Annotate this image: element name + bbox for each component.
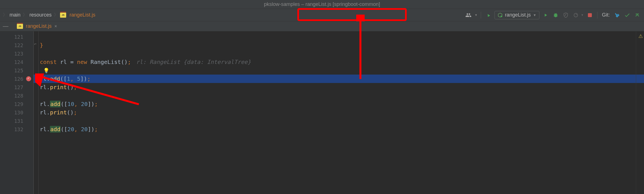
breadcrumb: 〉 main 〉 resources 〉 JS rangeList.js	[3, 12, 96, 18]
git-commit-button[interactable]	[623, 11, 631, 19]
code-line[interactable]	[40, 91, 644, 100]
gutter[interactable]: 121122123124125126127128129130131132	[0, 31, 34, 194]
breadcrumb-main[interactable]: main	[9, 12, 21, 18]
gutter-row[interactable]: 121	[0, 33, 33, 41]
token: ;	[95, 101, 98, 107]
git-push-button[interactable]	[633, 11, 641, 19]
run-button[interactable]	[542, 11, 549, 19]
code-line[interactable]	[40, 33, 644, 41]
dropdown-chevron-icon[interactable]: ▼	[475, 13, 477, 17]
token: add	[50, 75, 60, 82]
debug-button[interactable]	[552, 11, 560, 19]
code-line[interactable]: rl.add([10, 20]);	[40, 100, 644, 108]
line-number: 127	[14, 84, 23, 90]
code-line[interactable]: rl.print();	[40, 108, 644, 117]
stop-icon	[588, 13, 592, 17]
file-tab[interactable]: JS rangeList.js ×	[14, 22, 60, 31]
token: ;	[128, 59, 131, 65]
line-number: 125	[14, 68, 23, 73]
gutter-row[interactable]: 129	[0, 100, 33, 108]
token: RangeList	[91, 59, 121, 65]
gutter-row[interactable]: 125	[0, 66, 33, 75]
line-number: 129	[14, 101, 23, 107]
token: ([	[61, 101, 67, 107]
svg-point-1	[501, 15, 502, 17]
code-line[interactable]: rl.print();	[40, 83, 644, 91]
file-tab-name: rangeList.js	[26, 23, 52, 29]
line-number: 124	[14, 59, 23, 65]
line-number: 130	[14, 110, 23, 116]
gutter-row[interactable]: 122	[0, 41, 33, 49]
token: ;	[95, 126, 98, 133]
code-line[interactable]: rl.add([1, 5]);	[34, 75, 644, 83]
token: }	[40, 42, 43, 48]
stop-button[interactable]	[586, 11, 594, 19]
token: ])	[88, 101, 95, 107]
chevron-down-icon[interactable]: ▼	[581, 13, 584, 17]
chevron-right-icon: 〉	[3, 12, 7, 18]
token: ([	[60, 75, 67, 82]
code-content[interactable]: }const rl = new RangeList();rl: RangeLis…	[34, 31, 644, 194]
token: ()	[67, 84, 73, 91]
navigation-bar: 〉 main 〉 resources 〉 JS rangeList.js ▼ r…	[0, 9, 644, 21]
separator	[597, 12, 597, 19]
code-line[interactable]	[40, 117, 644, 125]
window-title: pkslow-samples – rangeList.js [springboo…	[264, 1, 380, 7]
breakpoint-icon[interactable]	[26, 76, 31, 81]
profile-button[interactable]	[572, 11, 580, 19]
line-number: 128	[14, 93, 23, 99]
token: 20	[81, 126, 88, 133]
token: rl.	[40, 101, 50, 107]
token: 20	[81, 101, 88, 107]
git-update-button[interactable]	[613, 11, 621, 19]
run-config-name: rangeList.js	[505, 12, 531, 18]
gutter-row[interactable]: 128	[0, 91, 33, 100]
line-number: 122	[14, 42, 23, 48]
hide-tool-window-icon[interactable]: —	[3, 23, 8, 29]
token: rl.	[40, 126, 50, 133]
token: ([	[61, 126, 67, 133]
token: new	[77, 59, 90, 65]
gutter-row[interactable]: 123	[0, 49, 33, 58]
token: ;	[73, 109, 77, 116]
code-line[interactable]: const rl = new RangeList();rl: RangeList…	[40, 58, 644, 66]
line-number: 126	[14, 76, 23, 82]
chevron-right-icon: 〉	[23, 12, 27, 18]
gutter-row[interactable]: 131	[0, 117, 33, 125]
build-button[interactable]	[484, 11, 492, 19]
git-label: Git:	[602, 12, 610, 18]
code-line[interactable]	[40, 49, 644, 58]
warning-icon[interactable]: ⚠	[638, 33, 643, 39]
gutter-row[interactable]: 132	[0, 125, 33, 133]
token: add	[50, 126, 61, 133]
token: add	[50, 101, 61, 107]
token: ,	[70, 75, 77, 82]
code-line[interactable]: 💡	[40, 66, 644, 75]
gutter-row[interactable]: 130	[0, 108, 33, 117]
token: =	[70, 59, 77, 65]
inline-hint: rl: RangeList {data: IntervalTree}	[136, 59, 251, 65]
code-with-me-button[interactable]	[464, 11, 472, 19]
gutter-row[interactable]: 124	[0, 58, 33, 66]
token: ])	[88, 126, 95, 133]
token: ()	[67, 109, 73, 116]
run-configuration-selector[interactable]: rangeList.js ▼	[495, 11, 539, 19]
breadcrumb-resources[interactable]: resources	[29, 12, 52, 18]
line-number: 131	[14, 118, 23, 124]
line-number: 123	[14, 51, 23, 57]
token: ])	[81, 75, 87, 82]
close-icon[interactable]: ×	[54, 24, 57, 29]
editor[interactable]: 121122123124125126127128129130131132 ⌐ }…	[0, 31, 644, 194]
gutter-row[interactable]: 127	[0, 83, 33, 91]
intention-bulb-icon[interactable]: 💡	[43, 68, 49, 73]
token: 1	[67, 75, 70, 82]
coverage-button[interactable]	[562, 11, 570, 19]
breadcrumb-file[interactable]: rangeList.js	[69, 12, 96, 18]
right-margin-guide	[636, 31, 636, 194]
code-line[interactable]: }	[40, 41, 644, 49]
token: print	[50, 84, 67, 91]
gutter-row[interactable]: 126	[0, 75, 33, 83]
code-line[interactable]: rl.add([20, 20]);	[40, 125, 644, 133]
token: rl.	[40, 75, 50, 82]
token: print	[50, 109, 67, 116]
